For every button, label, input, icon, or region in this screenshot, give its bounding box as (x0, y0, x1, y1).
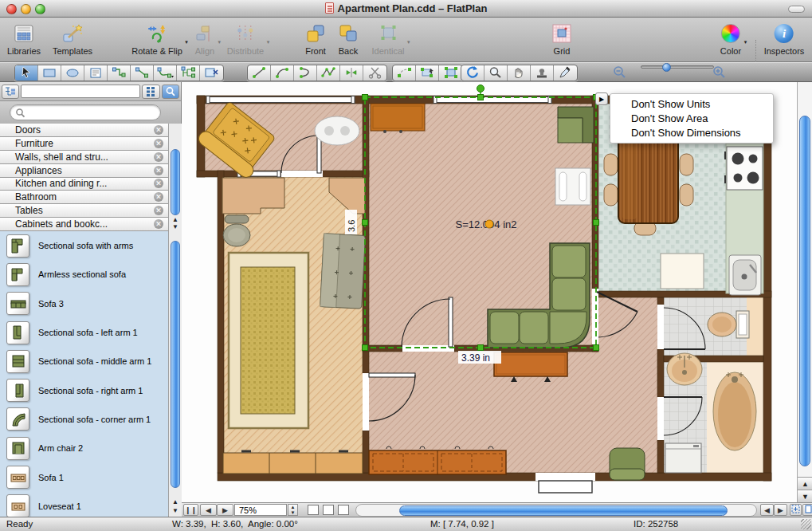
item-list-scrollbar-thumb[interactable] (171, 241, 180, 488)
identical-button[interactable]: ▾ Identical (372, 22, 405, 56)
list-item[interactable]: Sectional sofa - right arm 1 (0, 376, 168, 404)
edit-shape-tool[interactable] (416, 65, 439, 81)
library-search-field[interactable] (10, 104, 161, 120)
rotation-handle[interactable] (477, 85, 484, 92)
next-page-button[interactable]: ▶ (217, 504, 233, 516)
eyedropper-tool[interactable] (554, 65, 577, 81)
libraries-button[interactable]: Libraries (7, 22, 41, 56)
canvas-horizontal-scrollbar[interactable] (355, 504, 757, 517)
search-mode-button[interactable] (162, 85, 179, 99)
search-input[interactable] (25, 107, 155, 118)
floorplan-cabinet-top[interactable] (371, 104, 425, 133)
scroll-up-icon[interactable]: ▲ (798, 477, 812, 490)
item-list-scrollbar[interactable]: ▲ ▼ (168, 231, 182, 517)
scroll-down-icon[interactable]: ▼ (169, 507, 182, 514)
zoom-out-button[interactable] (612, 65, 630, 82)
transform-group-tool[interactable] (439, 65, 462, 81)
close-icon[interactable]: ✕ (154, 179, 163, 188)
tree-connector-tool[interactable] (177, 65, 200, 81)
list-item[interactable]: Sofa 3 (0, 289, 168, 318)
close-icon[interactable]: ✕ (154, 219, 163, 229)
library-filter-input[interactable] (21, 85, 140, 98)
scroll-down-icon[interactable]: ▼ (798, 490, 812, 502)
category-row-appliances[interactable]: Appliances✕ (0, 164, 168, 178)
menu-item-dont-show-dimensions[interactable]: Don't Show Dimensions (610, 125, 773, 140)
floorplan-stove[interactable] (725, 147, 763, 190)
curved-connector-tool[interactable] (154, 65, 177, 81)
floorplan-office-cabinets[interactable] (223, 451, 363, 474)
resize-grip[interactable] (801, 519, 811, 529)
front-button[interactable]: Front (305, 22, 326, 56)
templates-button[interactable]: Templates (53, 22, 92, 56)
menu-item-dont-show-area[interactable]: Don't Show Area (610, 111, 773, 125)
floorplan-gray-sofa[interactable] (320, 234, 366, 309)
category-row-doors[interactable]: Doors✕ (0, 124, 168, 137)
close-icon[interactable]: ✕ (154, 139, 163, 148)
close-icon[interactable]: ✕ (154, 192, 163, 202)
text-tool[interactable] (84, 65, 108, 81)
rotate-flip-button[interactable]: ▾ Rotate & Flip (131, 22, 182, 56)
zoom-tool[interactable] (484, 65, 508, 81)
floorplan-sink[interactable] (729, 255, 761, 295)
line-tool[interactable] (248, 65, 271, 81)
floorplan-armchair-green[interactable] (610, 448, 645, 480)
canvas-vscrollbar-thumb[interactable] (799, 116, 810, 466)
align-button[interactable]: ▾ Align (194, 22, 215, 56)
list-item[interactable]: Armless sectional sofa (0, 260, 168, 289)
selection-tool[interactable] (15, 65, 38, 81)
zoom-slider[interactable] (634, 65, 720, 69)
floorplan-crib[interactable] (555, 168, 590, 205)
inspectors-button[interactable]: i Inspectors (764, 22, 805, 56)
category-row-kitchen[interactable]: Kitchen and dining r...✕ (0, 178, 168, 191)
scroll-left-icon[interactable]: ◀ (760, 504, 774, 516)
page-thumbnail-2[interactable] (323, 505, 334, 515)
distribute-button[interactable]: ▾ Distribute (227, 22, 264, 56)
zoom-stepper[interactable]: ▲▼ (288, 504, 298, 516)
canvas-vertical-scrollbar[interactable]: ▲ ▼ (797, 82, 812, 502)
rectangle-tool[interactable] (38, 65, 61, 81)
page-thumbnail-3[interactable] (338, 505, 349, 515)
list-item[interactable]: Sectional sofa - corner arm 1 (0, 405, 168, 434)
close-icon[interactable]: ✕ (154, 152, 163, 162)
floorplan-island[interactable] (661, 254, 704, 289)
zoom-slider-track[interactable] (641, 65, 714, 69)
scissors-tool[interactable] (363, 65, 386, 81)
scroll-down-icon[interactable]: ▼ (169, 223, 182, 230)
list-item[interactable]: Sectional sofa with arms (0, 231, 168, 260)
list-item[interactable]: Sofa 1 (0, 462, 168, 491)
pause-pages-button[interactable]: ❙❙ (183, 504, 198, 516)
zoom-in-button[interactable] (712, 65, 729, 82)
previous-page-button[interactable]: ◀ (200, 504, 217, 516)
grid-view-button[interactable] (142, 85, 159, 99)
arc-tool[interactable] (271, 65, 294, 81)
floorplan-bath-sink[interactable] (667, 353, 702, 385)
floor-plan[interactable]: S=12.004 in2 3.39 in 3.6 (197, 96, 772, 496)
floorplan-dining-table[interactable] (618, 134, 678, 223)
floorplan-office-chair[interactable] (223, 215, 250, 246)
stamp-tool[interactable] (531, 65, 554, 81)
category-row-bathroom[interactable]: Bathroom✕ (0, 191, 168, 204)
list-item[interactable]: Arm chair 2 (0, 434, 168, 462)
floorplan-dressers[interactable] (369, 446, 506, 474)
ellipse-tool[interactable] (61, 65, 84, 81)
list-item[interactable]: Sectional sofa - middle arm 1 (0, 347, 168, 376)
toolbar-toggle-pill[interactable] (788, 6, 805, 13)
canvas-hscrollbar-thumb[interactable] (399, 505, 728, 516)
floorplan-corner-module[interactable] (558, 107, 594, 143)
close-icon[interactable]: ✕ (154, 166, 163, 175)
scroll-up-icon[interactable]: ▲ (169, 216, 182, 223)
zoom-slider-thumb[interactable] (662, 63, 671, 72)
edit-curve-tool[interactable] (393, 65, 416, 81)
scroll-right-icon[interactable]: ▶ (774, 504, 787, 516)
elbow-connector-tool[interactable] (108, 65, 131, 81)
category-row-furniture[interactable]: Furniture✕ (0, 137, 168, 151)
back-button[interactable]: Back (338, 22, 359, 56)
floorplan-ottoman[interactable] (315, 116, 359, 145)
page-thumbnail-1[interactable] (308, 505, 319, 515)
list-item[interactable]: Loveseat 1 (0, 492, 168, 517)
category-scrollbar-thumb[interactable] (171, 149, 180, 215)
grid-button[interactable]: Grid (552, 22, 571, 56)
polyline-tool[interactable] (317, 65, 340, 81)
menu-item-dont-show-units[interactable]: Don't Show Units (610, 96, 773, 111)
floorplan-toilet[interactable] (708, 311, 749, 338)
